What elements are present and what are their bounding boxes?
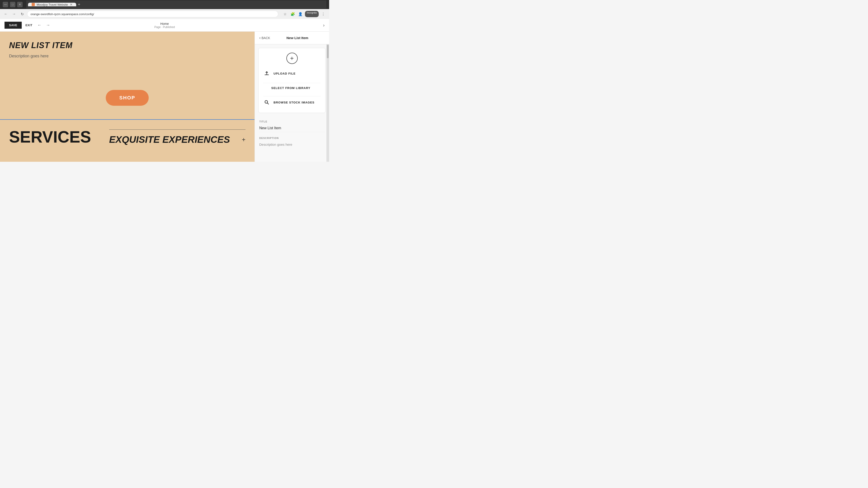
- exquisite-expand-button[interactable]: +: [242, 136, 246, 143]
- image-picker-panel: + UPLOAD FILE: [258, 48, 326, 113]
- reload-button[interactable]: ↻: [19, 11, 25, 17]
- bookmark-button[interactable]: ☆: [282, 11, 288, 17]
- tab-title: Moodjoy Travel Website: [37, 3, 68, 6]
- browser-toolbar-icons: ☆ 🧩 👤 Incognito ⋮: [282, 11, 327, 17]
- browse-stock-option[interactable]: BROWSE STOCK IMAGES: [263, 96, 321, 108]
- save-button[interactable]: SAVE: [4, 22, 22, 29]
- shop-button[interactable]: SHOP: [106, 90, 149, 106]
- close-button[interactable]: ✕: [17, 2, 23, 7]
- panel-title: New List Item: [270, 36, 324, 40]
- back-chevron-icon: ‹: [259, 35, 260, 40]
- url-text: orange-swordfish-rpzm.squarespace.com/co…: [31, 12, 94, 16]
- undo-redo-controls: ← →: [36, 22, 51, 29]
- services-title: SERVICES: [9, 129, 91, 145]
- maximize-button[interactable]: □: [10, 2, 16, 7]
- back-label: BACK: [261, 36, 270, 40]
- new-tab-button[interactable]: +: [76, 2, 82, 7]
- canvas-top-section: NEW LIST ITEM Description goes here SHOP: [0, 32, 254, 120]
- active-tab[interactable]: Moodjoy Travel Website ✕: [28, 3, 76, 6]
- add-image-button[interactable]: +: [286, 53, 298, 64]
- scrollbar-thumb: [327, 45, 329, 58]
- address-bar-row: ← → ↻ orange-swordfish-rpzm.squarespace.…: [0, 9, 329, 19]
- description-field-value[interactable]: Description goes here: [259, 141, 324, 148]
- search-stock-icon: [263, 99, 270, 106]
- title-field-label: TITLE: [259, 120, 324, 123]
- page-title: Home: [154, 22, 175, 26]
- back-nav-button[interactable]: ←: [3, 11, 9, 17]
- extensions-button[interactable]: 🧩: [289, 11, 296, 17]
- add-image-icon: +: [290, 55, 293, 62]
- editor-toolbar: SAVE EXIT ← → Home Page · Published ›: [0, 19, 329, 32]
- page-canvas: NEW LIST ITEM Description goes here SHOP…: [0, 32, 254, 162]
- browser-chrome: — □ ✕ Moodjoy Travel Website ✕ + ← → ↻ o…: [0, 0, 329, 19]
- upload-file-label: UPLOAD FILE: [274, 72, 296, 75]
- canvas-bottom-section: SERVICES EXQUISITE EXPERIENCES +: [0, 120, 254, 154]
- tab-favicon: [32, 3, 35, 6]
- list-item-title: NEW LIST ITEM: [9, 41, 241, 50]
- tab-close-icon[interactable]: ✕: [70, 3, 72, 6]
- browse-stock-label: BROWSE STOCK IMAGES: [274, 101, 314, 104]
- canvas-description: Description goes here: [9, 54, 241, 59]
- select-library-label: SELECT FROM LIBRARY: [271, 86, 310, 90]
- tabs-bar: Moodjoy Travel Website ✕ +: [26, 0, 327, 8]
- right-panel: ‹ BACK New List Item + UPLOAD FILE: [254, 32, 329, 162]
- undo-button[interactable]: ←: [36, 22, 43, 29]
- upload-icon: [263, 70, 270, 77]
- select-library-option[interactable]: SELECT FROM LIBRARY: [263, 83, 321, 93]
- profile-button[interactable]: 👤: [297, 11, 304, 17]
- title-bar: — □ ✕ Moodjoy Travel Website ✕ +: [0, 0, 329, 9]
- forward-nav-button[interactable]: →: [11, 11, 17, 17]
- upload-file-option[interactable]: UPLOAD FILE: [263, 68, 321, 79]
- panel-fields: TITLE New List Item DESCRIPTION Descript…: [255, 117, 329, 152]
- panel-back-button[interactable]: ‹ BACK: [259, 35, 270, 40]
- svg-line-1: [268, 103, 269, 104]
- page-status: Page · Published: [154, 26, 175, 29]
- incognito-badge: Incognito: [305, 11, 319, 17]
- more-options-button[interactable]: ⋮: [320, 11, 327, 17]
- redo-button[interactable]: →: [44, 22, 51, 29]
- page-info: Home Page · Published: [154, 22, 175, 29]
- window-controls: — □ ✕: [3, 2, 23, 7]
- library-icon: [263, 86, 268, 90]
- exquisite-row: EXQUISITE EXPERIENCES +: [109, 134, 246, 145]
- minimize-button[interactable]: —: [3, 2, 8, 7]
- canvas-right-section: EXQUISITE EXPERIENCES +: [109, 129, 246, 145]
- address-bar[interactable]: orange-swordfish-rpzm.squarespace.com/co…: [27, 11, 278, 18]
- title-field-value[interactable]: New List Item: [259, 124, 324, 132]
- panel-header: ‹ BACK New List Item: [255, 32, 329, 44]
- divider: [109, 129, 246, 130]
- description-field-label: DESCRIPTION: [259, 137, 324, 139]
- exit-button[interactable]: EXIT: [25, 24, 32, 27]
- exquisite-title: EXQUISITE EXPERIENCES: [109, 134, 230, 145]
- panel-scrollbar[interactable]: [327, 44, 329, 162]
- more-button[interactable]: ›: [323, 23, 324, 28]
- main-layout: NEW LIST ITEM Description goes here SHOP…: [0, 32, 329, 162]
